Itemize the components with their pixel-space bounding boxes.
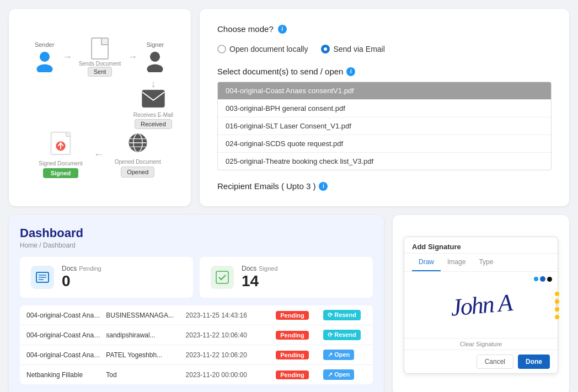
docs-signed-card: Docs Signed 14 bbox=[200, 257, 373, 298]
signed-button[interactable]: Signed bbox=[43, 168, 79, 178]
row1-resend-btn[interactable]: ⟳ Resend bbox=[323, 330, 361, 340]
envelope-icon bbox=[141, 89, 165, 111]
recipient-info-icon[interactable]: i bbox=[319, 182, 328, 191]
svg-point-2 bbox=[150, 52, 160, 62]
radio-local[interactable] bbox=[217, 45, 226, 53]
tab-draw[interactable]: Draw bbox=[412, 254, 441, 271]
globe-icon bbox=[127, 132, 149, 156]
row3-action[interactable]: ↗ Open bbox=[323, 369, 366, 380]
table-row-0: 004-original-Coast Anaes... BUSINESSMANA… bbox=[20, 305, 373, 325]
signed-icon-box bbox=[211, 266, 234, 289]
row0-resend-btn[interactable]: ⟳ Resend bbox=[323, 310, 361, 320]
doc-item-2[interactable]: 016-original-SLT Laser Consent_V1.pdf bbox=[218, 117, 551, 135]
down-arrow-1: ↓ bbox=[151, 79, 156, 89]
docs-pending-label: Docs bbox=[62, 265, 77, 272]
table-row-1: 004-original-Coast Anaes... sandipshiraw… bbox=[20, 325, 373, 345]
row0-date: 2023-11-25 14:43:16 bbox=[186, 312, 272, 319]
dot-3 bbox=[547, 277, 552, 282]
workflow-diagram: Sender → Sends Document Sent → bbox=[20, 37, 180, 178]
sent-button-label: Sent bbox=[88, 67, 113, 77]
docs-list: 004-original-Coast Anaes consentV1.pdf 0… bbox=[217, 82, 552, 170]
svg-rect-17 bbox=[216, 271, 228, 283]
row1-date: 2023-11-22 10:06:40 bbox=[186, 331, 272, 339]
cancel-button[interactable]: Cancel bbox=[477, 355, 513, 369]
document-icon: Sends Document Sent bbox=[79, 37, 121, 77]
sends-label: Sends Document bbox=[79, 61, 121, 67]
doc-item-0[interactable]: 004-original-Coast Anaes consentV1.pdf bbox=[218, 82, 551, 100]
sig-title: Add Signature bbox=[404, 237, 558, 254]
left-arrow: ← bbox=[94, 149, 104, 160]
row0-status: Pending bbox=[276, 311, 319, 320]
breadcrumb-current: Dashboard bbox=[43, 241, 76, 249]
ydot-1 bbox=[555, 292, 559, 296]
tab-type[interactable]: Type bbox=[472, 254, 500, 271]
arrow-sender-doc: → bbox=[62, 51, 72, 63]
mode-email-option[interactable]: Send via Email bbox=[321, 45, 384, 53]
row0-user: BUSINESSMANAGA... bbox=[106, 312, 181, 319]
opened-doc-area: Opened Document Opened bbox=[115, 132, 161, 178]
yellow-dots bbox=[555, 292, 559, 319]
clear-signature-btn[interactable]: Clear Signature bbox=[404, 338, 558, 350]
opened-doc-label: Opened Document bbox=[115, 159, 161, 165]
docs-pending-count: 0 bbox=[62, 272, 101, 290]
sig-canvas[interactable]: John A bbox=[404, 272, 558, 338]
sender-icon bbox=[34, 50, 56, 72]
row2-status: Pending bbox=[276, 351, 319, 359]
done-button[interactable]: Done bbox=[518, 355, 550, 369]
row0-action[interactable]: ⟳ Resend bbox=[323, 310, 366, 320]
mode-local-label: Open document locally bbox=[229, 45, 308, 53]
sig-footer: Cancel Done bbox=[404, 350, 558, 373]
table-row-2: 004-original-Coast Anaes... PATEL Yogesh… bbox=[20, 345, 373, 365]
docs-pending-card: Docs Pending 0 bbox=[20, 257, 193, 298]
doc-item-1[interactable]: 003-original-BPH general consent.pdf bbox=[218, 100, 551, 117]
row3-open-btn[interactable]: ↗ Open bbox=[323, 369, 354, 380]
sig-dots bbox=[534, 276, 552, 282]
mode-local-option[interactable]: Open document locally bbox=[217, 45, 308, 53]
row2-user: PATEL Yogeshbh... bbox=[106, 351, 181, 359]
dot-1 bbox=[534, 277, 538, 281]
docs-pending-sub: Pending bbox=[79, 265, 101, 272]
pending-icon-box bbox=[31, 266, 54, 289]
docs-signed-sub: Signed bbox=[259, 265, 277, 272]
dashboard-title: Dashboard bbox=[20, 226, 373, 240]
ydot-4 bbox=[555, 315, 559, 319]
row0-badge: Pending bbox=[276, 311, 308, 320]
select-docs-info-icon[interactable]: i bbox=[346, 67, 355, 76]
dot-2 bbox=[540, 276, 545, 282]
svg-point-0 bbox=[40, 52, 50, 62]
row2-doc: 004-original-Coast Anaes... bbox=[26, 351, 101, 359]
radio-email[interactable] bbox=[321, 45, 330, 53]
row3-user: Tod bbox=[106, 371, 181, 379]
row1-badge: Pending bbox=[276, 331, 308, 340]
row1-action[interactable]: ⟳ Resend bbox=[323, 330, 366, 340]
ydot-3 bbox=[555, 307, 559, 312]
table-row-3: Netbanking Fillable Tod 2023-11-20 00:00… bbox=[20, 365, 373, 384]
send-email-panel: Choose mode? i Open document locally Sen… bbox=[200, 9, 569, 206]
row2-open-btn[interactable]: ↗ Open bbox=[323, 350, 354, 360]
row3-badge: Pending bbox=[276, 370, 308, 379]
row2-action[interactable]: ↗ Open bbox=[323, 350, 366, 360]
sender-label: Sender bbox=[35, 41, 54, 48]
tab-image[interactable]: Image bbox=[441, 254, 472, 271]
received-button-label: Received bbox=[135, 119, 172, 129]
signed-stat-info: Docs Signed 14 bbox=[242, 265, 278, 290]
row1-user: sandipshirawal... bbox=[106, 331, 181, 339]
choose-mode-info-icon[interactable]: i bbox=[278, 25, 287, 34]
doc-item-4[interactable]: 025-original-Theatre booking check list_… bbox=[218, 153, 551, 170]
signer-icon bbox=[144, 50, 166, 72]
opened-button[interactable]: Opened bbox=[121, 167, 154, 178]
svg-point-1 bbox=[36, 64, 52, 72]
row1-status: Pending bbox=[276, 331, 319, 340]
signature-display: John A bbox=[449, 288, 513, 321]
row3-doc: Netbanking Fillable bbox=[26, 371, 101, 379]
mode-options: Open document locally Send via Email bbox=[217, 45, 552, 53]
signature-modal: Add Signature Draw Image Type John A bbox=[404, 237, 558, 374]
breadcrumb-home[interactable]: Home bbox=[20, 241, 38, 249]
svg-rect-4 bbox=[142, 90, 164, 107]
workflow-panel: Sender → Sends Document Sent → bbox=[9, 9, 191, 206]
doc-item-3[interactable]: 024-original-SCDS quote request.pdf bbox=[218, 135, 551, 153]
arrow-doc-signer: → bbox=[127, 51, 137, 63]
mode-email-label: Send via Email bbox=[333, 45, 384, 53]
signed-doc-label: Signed Document bbox=[39, 160, 83, 167]
ydot-2 bbox=[555, 299, 559, 304]
